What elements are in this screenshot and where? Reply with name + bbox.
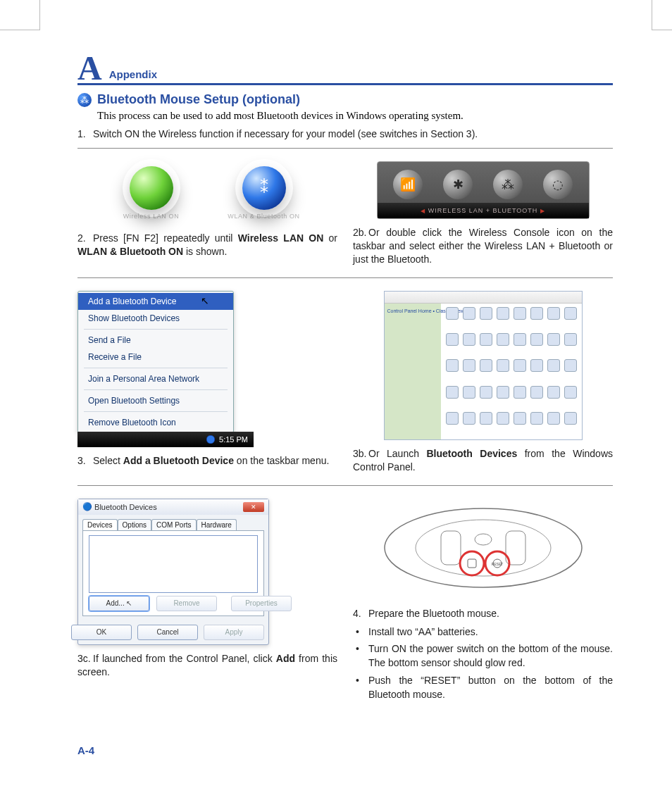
tab-options[interactable]: Options	[118, 519, 151, 530]
apply-button[interactable]: Apply	[204, 625, 264, 640]
svg-rect-6	[468, 559, 476, 568]
step-3: 3.Select Add a Bluetooth Device on the t…	[77, 454, 337, 468]
taskbar-tray: 5:15 PM	[77, 432, 254, 447]
bt-only-icon: ⁂	[493, 170, 523, 199]
bluetooth-devices-dialog: 🔵 Bluetooth Devices✕ Devices Options COM…	[77, 499, 269, 645]
tray-bt-icon[interactable]	[206, 435, 215, 444]
tab-hw[interactable]: Hardware	[197, 519, 237, 530]
cancel-button[interactable]: Cancel	[137, 625, 198, 640]
menu-remove[interactable]: Remove Bluetooth Icon	[78, 414, 233, 431]
step-2b: 2b.Or double click the Wireless Console …	[353, 226, 613, 266]
close-icon[interactable]: ✕	[243, 502, 264, 512]
off-icon: ◌	[543, 170, 573, 199]
add-button[interactable]: Add... ↖	[89, 596, 149, 611]
svg-text:RESET: RESET	[491, 562, 503, 566]
section-intro: This process can be used to add most Blu…	[97, 110, 613, 122]
wifi-bt-icon: ✱	[443, 170, 473, 199]
menu-recv[interactable]: Receive a File	[78, 349, 233, 365]
step-2: 2.Press [FN F2] repeatedly until Wireles…	[77, 232, 337, 258]
step-3c: 3c.If launched from the Control Panel, c…	[77, 652, 337, 679]
menu-add-bt[interactable]: Add a Bluetooth Device	[78, 293, 233, 310]
properties-button[interactable]: Properties	[231, 596, 292, 611]
ok-button[interactable]: OK	[71, 625, 132, 640]
wifi-icon: 📶	[393, 170, 423, 199]
menu-show-bt[interactable]: Show Bluetooth Devices	[78, 310, 233, 327]
appendix-label: Appendix	[109, 68, 157, 80]
appendix-letter: A	[77, 55, 102, 82]
mouse-diagram: RESET	[378, 499, 589, 600]
osd-icons: Wireless LAN ON ⁑WLAN & Bluetooth ON	[92, 161, 324, 225]
step-1: 1.Switch ON the Wireless function if nec…	[77, 127, 613, 141]
remove-button[interactable]: Remove	[156, 596, 217, 611]
page-number: A-4	[77, 744, 94, 756]
svg-point-0	[385, 508, 582, 587]
step-3b: 3b.Or Launch Bluetooth Devices from the …	[353, 447, 613, 474]
tab-com[interactable]: COM Ports	[151, 519, 196, 530]
menu-pan[interactable]: Join a Personal Area Network	[78, 370, 233, 387]
control-panel: Control Panel Home • Classic View	[384, 291, 583, 440]
menu-send[interactable]: Send a File	[78, 332, 233, 349]
bluetooth-icon: ⁂	[77, 93, 92, 107]
taskbar-menu: Add a Bluetooth Device Show Bluetooth De…	[77, 291, 254, 447]
wireless-console: 📶 ✱ ⁂ ◌ WIRELESS LAN + BLUETOOTH	[377, 161, 590, 219]
step-4-b: Turn ON the power switch on the bottom o…	[353, 642, 613, 670]
section-title: Bluetooth Mouse Setup (optional)	[97, 92, 300, 107]
step-4-a: Install two “AA” batteries.	[353, 625, 613, 639]
step-4: 4.Prepare the Bluetooth mouse.	[353, 607, 613, 620]
step-4-c: Push the “RESET” button on the bottom of…	[353, 673, 613, 702]
menu-open[interactable]: Open Bluetooth Settings	[78, 392, 233, 409]
tab-devices[interactable]: Devices	[82, 519, 118, 530]
